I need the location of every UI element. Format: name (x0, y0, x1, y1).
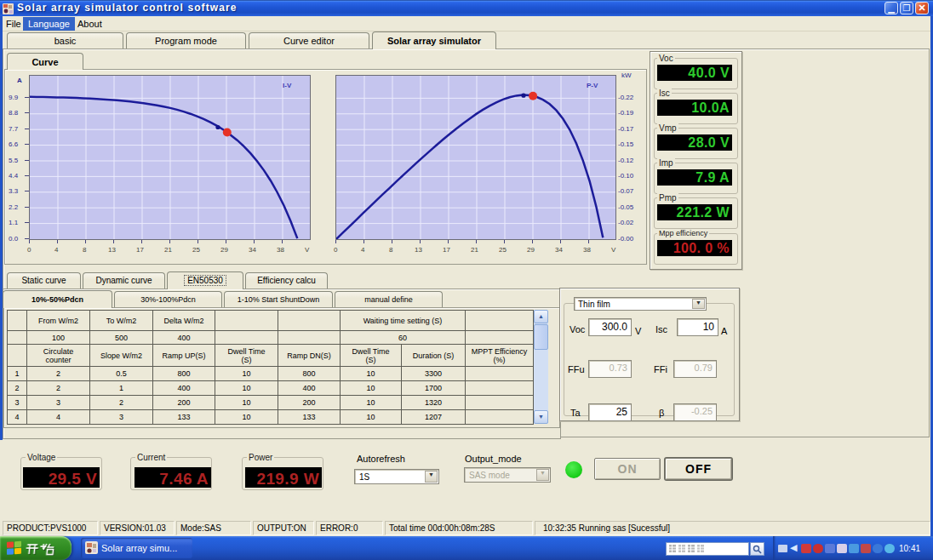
svg-text:P-V: P-V (587, 82, 598, 89)
svg-text:I-V: I-V (283, 82, 292, 89)
